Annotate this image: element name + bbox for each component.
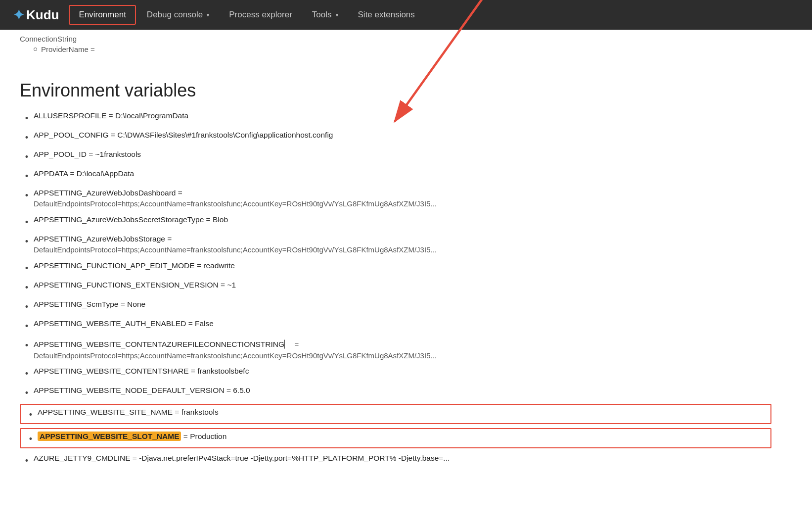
- nav-item-environment[interactable]: Environment: [69, 5, 135, 25]
- bullet-17: •: [20, 454, 34, 468]
- bullet-1: •: [20, 112, 34, 125]
- env-var-app-pool-id: • APP_POOL_ID = ~1frankstools: [20, 148, 771, 164]
- bullet-3: •: [20, 150, 34, 164]
- env-var-website-node-default-version: • APPSETTING_WEBSITE_NODE_DEFAULT_VERSIO…: [20, 385, 771, 400]
- bullet-5: •: [20, 189, 34, 202]
- bullet-12: •: [20, 339, 34, 352]
- env-var-scmtype: • APPSETTING_ScmType = None: [20, 298, 771, 314]
- env-val-azurewebjobsstorage: DefaultEndpointsProtocol=https;AccountNa…: [34, 244, 771, 256]
- bullet-16: •: [24, 433, 38, 446]
- provider-name-item: ProviderName =: [20, 45, 792, 53]
- main-content: Environment variables • ALLUSERSPROFILE …: [0, 55, 791, 491]
- env-key-app-pool-config: APP_POOL_CONFIG = C:\DWASFiles\Sites\#1f…: [34, 131, 333, 139]
- bullet-11: •: [20, 320, 34, 333]
- nav-item-debug-console-label: Debug console: [147, 10, 203, 20]
- nav-item-process-explorer[interactable]: Process explorer: [220, 6, 301, 24]
- env-key-appdata: APPDATA = D:\local\AppData: [34, 169, 134, 178]
- env-key-functions-extension-version: APPSETTING_FUNCTIONS_EXTENSION_VERSION =…: [34, 281, 236, 289]
- bullet-15: •: [24, 408, 38, 422]
- env-var-website-slot-name: • APPSETTING_WEBSITE_SLOT_NAME = Product…: [20, 428, 771, 448]
- provider-name-label: ProviderName =: [41, 45, 95, 53]
- env-key-website-node-default-version: APPSETTING_WEBSITE_NODE_DEFAULT_VERSION …: [34, 386, 250, 394]
- env-var-website-auth-enabled: • APPSETTING_WEBSITE_AUTH_ENABLED = Fals…: [20, 318, 771, 333]
- env-var-functions-extension-version: • APPSETTING_FUNCTIONS_EXTENSION_VERSION…: [20, 279, 771, 294]
- top-partial-section: ConnectionString ProviderName =: [0, 30, 812, 53]
- env-key-app-pool-id: APP_POOL_ID = ~1frankstools: [34, 150, 141, 158]
- env-var-appdata: • APPDATA = D:\local\AppData: [20, 168, 771, 183]
- bullet-9: •: [20, 281, 34, 294]
- env-var-secretstoragetype: • APPSETTING_AzureWebJobsSecretStorageTy…: [20, 214, 771, 229]
- provider-bullet: [34, 48, 37, 51]
- env-vars-list: • ALLUSERSPROFILE = D:\local\ProgramData…: [20, 110, 771, 468]
- bullet-14: •: [20, 386, 34, 400]
- nav-item-debug-console[interactable]: Debug console ▾: [138, 6, 218, 24]
- bullet-8: •: [20, 262, 34, 275]
- env-var-website-contentazure: • APPSETTING_WEBSITE_CONTENTAZUREFILECON…: [20, 337, 771, 362]
- env-var-website-site-name: • APPSETTING_WEBSITE_SITE_NAME = frankst…: [20, 404, 771, 424]
- env-var-allusersprofile: • ALLUSERSPROFILE = D:\local\ProgramData: [20, 110, 771, 125]
- connection-string-item: ConnectionString: [20, 35, 792, 43]
- bullet-6: •: [20, 216, 34, 229]
- env-key-website-contentshare: APPSETTING_WEBSITE_CONTENTSHARE = franks…: [34, 367, 249, 375]
- annotation-container: • ALLUSERSPROFILE = D:\local\ProgramData…: [20, 110, 771, 468]
- nav-item-tools[interactable]: Tools ▾: [303, 6, 347, 24]
- env-key-website-contentazure: APPSETTING_WEBSITE_CONTENTAZUREFILECONNE…: [34, 340, 299, 348]
- nav-item-site-extensions[interactable]: Site extensions: [349, 6, 424, 24]
- env-var-website-contentshare: • APPSETTING_WEBSITE_CONTENTSHARE = fran…: [20, 365, 771, 381]
- bullet-4: •: [20, 170, 34, 183]
- tools-caret: ▾: [336, 12, 338, 18]
- nav-item-environment-label: Environment: [79, 10, 126, 20]
- bullet-7: •: [20, 235, 34, 248]
- env-var-azurewebjobsstorage: • APPSETTING_AzureWebJobsStorage = Defau…: [20, 233, 771, 256]
- bullet-13: •: [20, 367, 34, 381]
- nav-item-process-explorer-label: Process explorer: [229, 10, 292, 20]
- debug-console-caret: ▾: [207, 12, 209, 18]
- brand-name: Kudu: [26, 7, 59, 23]
- env-key-scmtype: APPSETTING_ScmType = None: [34, 300, 145, 308]
- bullet-10: •: [20, 300, 34, 314]
- env-var-azurewebjobsdashboard: • APPSETTING_AzureWebJobsDashboard = Def…: [20, 187, 771, 210]
- env-key-website-site-name: APPSETTING_WEBSITE_SITE_NAME = frankstoo…: [38, 408, 219, 416]
- env-var-app-pool-config: • APP_POOL_CONFIG = C:\DWASFiles\Sites\#…: [20, 129, 771, 144]
- env-key-website-auth-enabled: APPSETTING_WEBSITE_AUTH_ENABLED = False: [34, 319, 214, 328]
- env-val-azurewebjobsdashboard: DefaultEndpointsProtocol=https;AccountNa…: [34, 198, 771, 210]
- env-key-allusersprofile: ALLUSERSPROFILE = D:\local\ProgramData: [34, 111, 188, 120]
- env-key-website-slot-name: APPSETTING_WEBSITE_SLOT_NAME = Productio…: [38, 432, 226, 441]
- bullet-2: •: [20, 131, 34, 144]
- nav-item-site-extensions-label: Site extensions: [358, 10, 415, 20]
- env-val-website-contentazure: DefaultEndpointsProtocol=https;AccountNa…: [34, 350, 771, 362]
- env-key-azure-jetty9: AZURE_JETTY9_CMDLINE = -Djava.net.prefer…: [34, 454, 450, 462]
- env-key-azurewebjobsstorage: APPSETTING_AzureWebJobsStorage =: [34, 235, 172, 243]
- env-key-secretstoragetype: APPSETTING_AzureWebJobsSecretStorageType…: [34, 215, 228, 224]
- kudu-icon: ✦: [13, 7, 24, 23]
- section-heading: Environment variables: [20, 80, 771, 101]
- connection-string-label: ConnectionString: [20, 35, 77, 43]
- env-var-azure-jetty9: • AZURE_JETTY9_CMDLINE = -Djava.net.pref…: [20, 452, 771, 468]
- env-key-azurewebjobsdashboard: APPSETTING_AzureWebJobsDashboard =: [34, 189, 182, 197]
- nav-item-tools-label: Tools: [312, 10, 332, 20]
- env-key-function-app-edit-mode: APPSETTING_FUNCTION_APP_EDIT_MODE = read…: [34, 261, 235, 270]
- navbar: ✦ Kudu Environment Debug console ▾ Proce…: [0, 0, 812, 30]
- env-var-function-app-edit-mode: • APPSETTING_FUNCTION_APP_EDIT_MODE = re…: [20, 260, 771, 275]
- brand-logo[interactable]: ✦ Kudu: [5, 7, 67, 23]
